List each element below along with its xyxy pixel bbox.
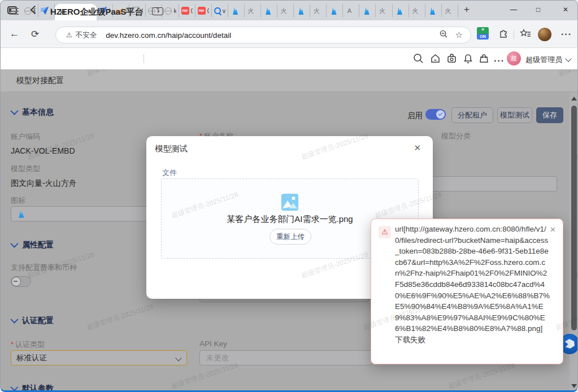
- letterA-favicon-icon: A: [345, 7, 353, 15]
- extensions-puzzle-icon[interactable]: [498, 29, 509, 41]
- api-key-input[interactable]: [205, 353, 367, 363]
- huo-favicon-icon: 火: [280, 7, 288, 15]
- watermark-text: 超级管理员-2025/11/28: [85, 302, 154, 332]
- browser-tab[interactable]: 0a: [195, 4, 212, 18]
- reupload-button[interactable]: 重新上传: [270, 229, 311, 245]
- flame-favicon-icon: [329, 7, 337, 15]
- favorite-star-icon[interactable]: ☆: [455, 30, 463, 40]
- extension-on-badge-icon[interactable]: ON: [477, 27, 489, 40]
- assign-tenant-button[interactable]: 分配租户: [451, 107, 493, 123]
- api-key-label: API Key: [199, 339, 227, 348]
- tab-label: kk: [173, 7, 176, 14]
- screen-share-icon[interactable]: [152, 7, 163, 15]
- pdf-favicon-icon: [181, 7, 189, 15]
- browser-tab[interactable]: [294, 4, 310, 18]
- model-test-button[interactable]: 模型测试: [497, 107, 532, 123]
- not-secure-label: 不安全: [76, 31, 97, 40]
- browser-tab[interactable]: [327, 4, 343, 18]
- browser-tab[interactable]: 0a: [179, 4, 195, 18]
- scrollbar-thumb[interactable]: [571, 106, 577, 330]
- back-icon[interactable]: ←: [10, 28, 19, 40]
- address-bar[interactable]: ⚠ 不安全 dev.hzero.com.cn/haip/account/deta…: [55, 27, 471, 43]
- enable-toggle[interactable]: [425, 109, 446, 120]
- enable-label: 启用: [407, 111, 423, 121]
- workbench-bag-icon[interactable]: [446, 53, 457, 64]
- error-warning-icon: ⚠: [379, 226, 391, 238]
- browser-tab[interactable]: kk: [162, 4, 179, 18]
- browser-tab[interactable]: 火: [310, 4, 327, 18]
- chevron-down-icon: [10, 240, 18, 248]
- home-icon[interactable]: [430, 53, 441, 64]
- flame-favicon-icon: [362, 7, 370, 15]
- user-name[interactable]: 超级管理员: [525, 55, 562, 65]
- scroll-down-icon[interactable]: [571, 384, 577, 388]
- scroll-up-icon[interactable]: [571, 97, 577, 101]
- browser-tab[interactable]: 火: [376, 4, 392, 18]
- page-title: 模型对接配置: [16, 76, 64, 86]
- flame-favicon-icon: [296, 7, 304, 15]
- flame-favicon-icon: [428, 7, 436, 15]
- close-window-button[interactable]: ✕: [563, 6, 568, 14]
- favorites-bar-icon[interactable]: [520, 29, 531, 41]
- browser-tab[interactable]: [425, 4, 442, 18]
- header-more-icon[interactable]: ···: [494, 56, 505, 66]
- huo-favicon-icon: 火: [312, 7, 320, 15]
- huo-favicon-icon: 火: [444, 7, 452, 15]
- browser-tab[interactable]: 火: [277, 4, 294, 18]
- browser-tab[interactable]: [359, 4, 376, 18]
- section-defaults[interactable]: 默认参数: [11, 384, 54, 392]
- watermark-text: 超级管理员-2025/11/28: [447, 360, 516, 391]
- modal-title: 模型测试: [155, 143, 188, 154]
- tab-label: vo: [223, 7, 225, 14]
- file-field-label: 文件: [162, 168, 177, 178]
- globe-favicon-icon: [164, 7, 172, 15]
- section-basic-info[interactable]: 基本信息: [11, 107, 54, 117]
- browser-window: EuHH✕H汉新kkkk0a0avo火火火A火火火 + — □ ✕ ← ⟳ ⚠ …: [0, 0, 578, 392]
- fee-support-toggle[interactable]: [11, 276, 31, 287]
- browser-tab[interactable]: 火: [245, 4, 261, 18]
- browser-tab[interactable]: A: [343, 4, 359, 18]
- huo-favicon-icon: 火: [378, 7, 386, 15]
- chevron-down-icon: [10, 384, 18, 391]
- model-type-value: 图文向量-火山方舟: [11, 178, 77, 189]
- zoom-out-icon[interactable]: [440, 30, 447, 40]
- section-auth[interactable]: 认证配置: [11, 316, 54, 326]
- auth-type-label: *认证类型: [11, 339, 45, 350]
- huo-favicon-icon: 火: [247, 7, 255, 15]
- browser-tab[interactable]: 火: [409, 4, 425, 18]
- search-icon[interactable]: [413, 53, 424, 64]
- pdf-favicon-icon: [198, 7, 206, 15]
- browser-tab[interactable]: [261, 4, 277, 18]
- model-type-label: 模型类型: [11, 164, 40, 174]
- flame-favicon-icon: [231, 7, 238, 15]
- flame-favicon-icon: [263, 7, 271, 15]
- refresh-icon[interactable]: ⟳: [31, 28, 39, 40]
- maximize-button[interactable]: □: [536, 6, 540, 14]
- browser-tab[interactable]: [393, 4, 409, 18]
- icon-field-label: 图标: [11, 195, 25, 206]
- toast-close-icon[interactable]: ✕: [550, 225, 556, 234]
- browser-tab[interactable]: vo: [212, 4, 228, 18]
- menu-hamburger-icon[interactable]: [10, 8, 19, 15]
- minimize-button[interactable]: —: [510, 6, 517, 14]
- auth-type-select[interactable]: 标准认证: [11, 350, 187, 365]
- browser-menu-icon[interactable]: ···: [561, 29, 572, 40]
- select-caret-icon: [175, 355, 181, 361]
- save-button[interactable]: 保存: [536, 107, 563, 123]
- browser-tab[interactable]: [228, 4, 245, 18]
- section-attributes[interactable]: 属性配置: [11, 240, 54, 250]
- new-tab-button[interactable]: +: [464, 4, 470, 15]
- notification-bell-icon[interactable]: [463, 53, 473, 64]
- flame-favicon-icon: [395, 7, 403, 15]
- app-title: HZERO企业级PaaS平台: [50, 7, 143, 18]
- market-icon[interactable]: [479, 53, 489, 64]
- user-avatar[interactable]: 超: [507, 51, 521, 66]
- browser-tab[interactable]: 火: [442, 4, 458, 18]
- volcano-flame-icon: [16, 210, 24, 218]
- error-message: url[http://gateway.hzero.com.cn:8080/hfl…: [395, 224, 550, 346]
- page-title-band: [1, 69, 577, 92]
- url-text[interactable]: dev.hzero.com.cn/haip/account/detail: [106, 31, 231, 40]
- browser-profile-avatar[interactable]: [538, 28, 551, 41]
- globe-favicon-icon: [24, 7, 32, 15]
- modal-close-icon[interactable]: ✕: [414, 143, 421, 153]
